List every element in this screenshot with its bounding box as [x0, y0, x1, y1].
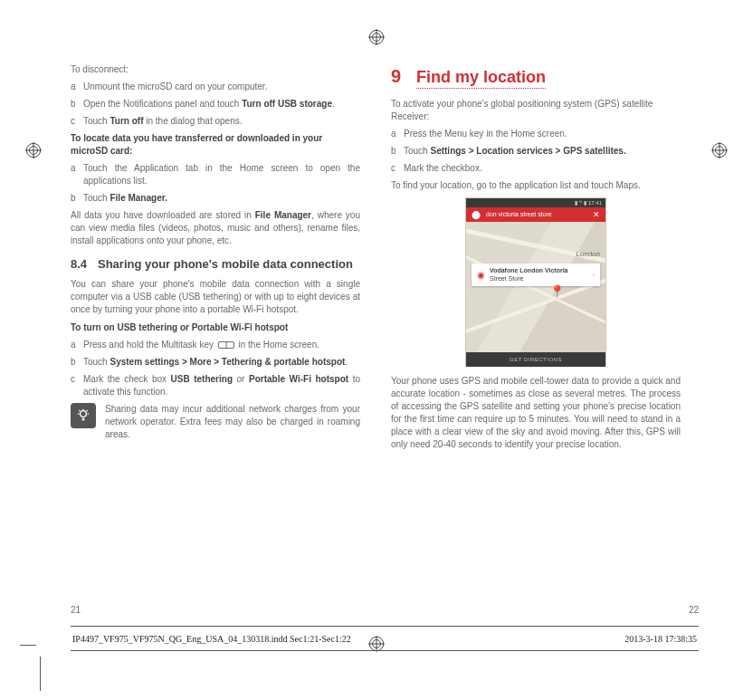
maps-app-screenshot: ▮ ᴺ ▮ 17:41 ⬤ don victoria street store …	[465, 197, 606, 366]
page-number-right: 22	[689, 605, 699, 615]
battery-icon: ▮	[584, 199, 586, 206]
page-numbers: 21 22	[71, 605, 699, 615]
registration-mark-icon	[711, 142, 728, 158]
multitask-key-icon	[218, 341, 234, 349]
note-callout: Sharing data may incur additional networ…	[71, 403, 360, 441]
signal-icon: ▮	[575, 199, 577, 206]
print-timestamp: 2013-3-18 17:38:35	[624, 634, 697, 644]
print-slug-footer: IP4497_VF975_VF975N_QG_Eng_USA_04_130318…	[71, 626, 699, 651]
registration-mark-icon	[368, 29, 385, 45]
right-column: 9 Find my location To activate your phon…	[391, 63, 681, 455]
get-directions-button[interactable]: GET DIRECTIONS	[466, 352, 605, 367]
clock-label: 17:41	[588, 199, 602, 206]
intro-paragraph: To activate your phone's global position…	[391, 98, 681, 123]
disconnect-heading: To disconnect:	[71, 63, 360, 76]
find-location-paragraph: To find your location, go to the applica…	[391, 179, 681, 192]
list-item: a Touch the Application tab in the Home …	[71, 162, 360, 187]
location-pin-icon: ⬤	[472, 209, 481, 221]
list-item: b Touch Settings > Location services > G…	[391, 145, 681, 158]
map-city-label: London	[576, 249, 600, 259]
content-columns: To disconnect: a Unmount the microSD car…	[71, 63, 699, 455]
search-query-text: don victoria street store	[486, 210, 587, 219]
locate-heading: To locate data you have transferred or d…	[71, 132, 360, 158]
list-item: c Mark the checkbox.	[391, 162, 681, 175]
gps-description-paragraph: Your phone uses GPS and mobile cell-towe…	[391, 375, 681, 451]
map-search-bar[interactable]: ⬤ don victoria street store ✕	[466, 207, 605, 222]
hotspot-heading: To turn on USB tethering or Portable Wi-…	[71, 321, 360, 334]
left-column: To disconnect: a Unmount the microSD car…	[71, 63, 360, 455]
map-canvas[interactable]: London ◉ Vodafone London Victoria Street…	[466, 222, 605, 352]
list-item: a Press the Menu key in the Home screen.	[391, 128, 681, 140]
crop-mark-icon	[20, 645, 36, 646]
page-spread: To disconnect: a Unmount the microSD car…	[0, 0, 753, 700]
list-item: c Mark the check box USB tethering or Po…	[71, 373, 360, 398]
list-item: c Touch Turn off in the dialog that open…	[71, 115, 360, 128]
clear-search-icon[interactable]: ✕	[593, 209, 600, 221]
locate-paragraph: All data you have downloaded are stored …	[71, 209, 360, 247]
section-heading: 8.4 Sharing your phone's mobile data con…	[71, 256, 360, 273]
svg-point-16	[81, 411, 87, 417]
list-item: a Press and hold the Multitask key in th…	[71, 339, 360, 351]
map-marker-icon: 📍	[549, 283, 565, 302]
list-item: b Open the Notifications panel and touch…	[71, 98, 360, 110]
network-icon: ᴺ	[579, 199, 582, 206]
chevron-right-icon: ›	[593, 271, 595, 280]
chapter-heading: 9 Find my location	[391, 63, 681, 89]
list-item: b Touch File Manager.	[71, 192, 360, 205]
svg-line-22	[79, 410, 80, 411]
place-result-card[interactable]: ◉ Vodafone London Victoria Street Store …	[472, 264, 600, 286]
page-number-left: 21	[71, 605, 81, 615]
place-pin-icon: ◉	[477, 269, 485, 282]
section-paragraph: You can share your phone's mobile data c…	[71, 278, 360, 316]
indesign-file-label: IP4497_VF975_VF975N_QG_Eng_USA_04_130318…	[72, 634, 351, 644]
list-item: a Unmount the microSD card on your compu…	[71, 81, 360, 93]
registration-mark-icon	[25, 142, 42, 158]
crop-mark-icon	[40, 657, 41, 691]
list-item: b Touch System settings > More > Tetheri…	[71, 356, 360, 369]
status-bar: ▮ ᴺ ▮ 17:41	[466, 198, 605, 207]
svg-line-23	[87, 410, 88, 411]
tip-lightbulb-icon	[71, 403, 96, 428]
